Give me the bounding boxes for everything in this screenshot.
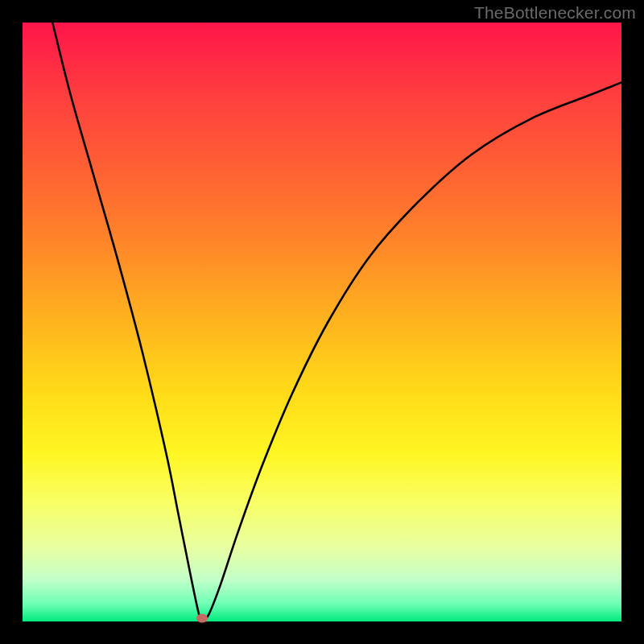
curve-layer [23, 23, 621, 621]
bottleneck-curve [52, 23, 621, 620]
optimal-point-marker [196, 614, 208, 623]
chart-frame: TheBottlenecker.com [0, 0, 644, 644]
attribution-label: TheBottlenecker.com [474, 3, 636, 23]
plot-area [23, 23, 621, 621]
